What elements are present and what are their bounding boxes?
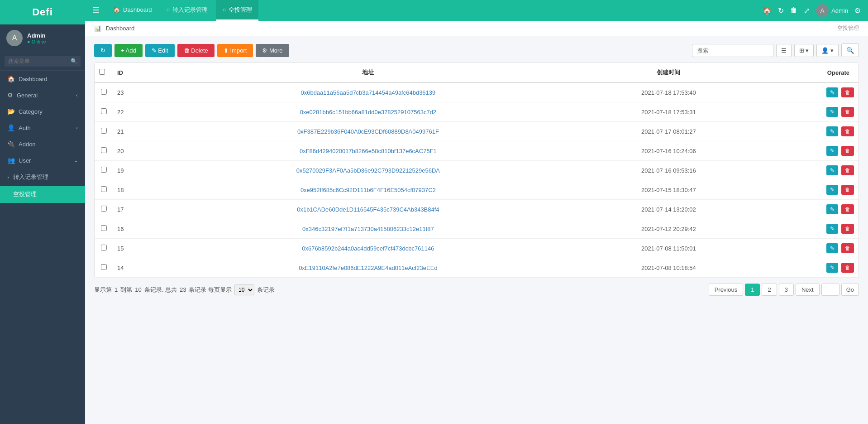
row-id: 22 — [113, 102, 156, 122]
expand-icon[interactable]: ⤢ — [804, 6, 810, 15]
edit-row-button[interactable]: ✎ — [826, 263, 838, 273]
more-button[interactable]: ⚙ More — [256, 44, 289, 57]
page-size-select[interactable]: 10 20 50 — [234, 284, 254, 295]
sidebar-item-addon[interactable]: 🔌 Addon — [0, 136, 85, 152]
delete-row-button[interactable]: 🗑 — [841, 263, 854, 273]
row-select-checkbox[interactable] — [101, 128, 107, 134]
delete-row-button[interactable]: 🗑 — [841, 224, 854, 234]
table-row: 18 0xe952ff685c6Cc92D111b6F4F16E5054cf07… — [95, 180, 858, 200]
select-all-checkbox[interactable] — [99, 69, 105, 75]
search-button[interactable]: 🔍 — [841, 43, 859, 57]
topnav-transfer[interactable]: ○ 转入记录管理 — [160, 0, 215, 21]
edit-row-button[interactable]: ✎ — [826, 243, 838, 253]
topnav-label: 转入记录管理 — [172, 6, 208, 14]
delete-row-button[interactable]: 🗑 — [841, 107, 854, 117]
edit-row-button[interactable]: ✎ — [826, 146, 838, 156]
import-button[interactable]: ⬆ Import — [217, 44, 253, 57]
row-ops: ✎ 🗑 — [757, 102, 858, 122]
dashboard-icon: 🏠 — [7, 75, 15, 82]
edit-row-button[interactable]: ✎ — [826, 87, 838, 97]
row-select-checkbox[interactable] — [101, 245, 107, 251]
hamburger-icon[interactable]: ☰ — [92, 5, 100, 15]
settings-icon[interactable]: ⚙ — [854, 6, 861, 15]
delete-row-button[interactable]: 🗑 — [841, 126, 854, 136]
row-address: 0x5270029F3AF0Aa5bD36e92C793D92212529e56… — [156, 161, 580, 180]
table-search-input[interactable] — [692, 44, 773, 57]
goto-button[interactable]: Go — [841, 284, 859, 296]
topnav-label: 空投管理 — [229, 6, 252, 14]
page-1-button[interactable]: 1 — [745, 284, 760, 296]
next-button[interactable]: Next — [796, 284, 820, 296]
row-address: 0x6bdaa11a56aa5d7cb3a714454a49afc64bd361… — [156, 82, 580, 102]
row-select-checkbox[interactable] — [101, 108, 107, 114]
main-area: ☰ 🏠 Dashboard ○ 转入记录管理 ○ 空投管理 🏠 ↻ 🗑 ⤢ A … — [85, 0, 868, 424]
page-3-button[interactable]: 3 — [779, 284, 794, 296]
sidebar-item-auth[interactable]: 👤 Auth ‹ — [0, 120, 85, 136]
row-select-checkbox[interactable] — [101, 147, 107, 153]
refresh-icon[interactable]: ↻ — [778, 6, 784, 15]
row-address: 0xe952ff685c6Cc92D111b6F4F16E5054cf07937… — [156, 180, 580, 200]
topnav-label: Dashboard — [123, 6, 152, 13]
row-id: 16 — [113, 219, 156, 239]
delete-row-button[interactable]: 🗑 — [841, 185, 854, 195]
circle-icon: ○ — [167, 6, 170, 13]
row-select-checkbox[interactable] — [101, 167, 107, 173]
goto-input[interactable] — [821, 284, 839, 296]
sidebar-item-label: 转入记录管理 — [13, 173, 48, 181]
sidebar-item-user[interactable]: 👥 User ⌄ — [0, 152, 85, 169]
row-ops: ✎ 🗑 — [757, 180, 858, 200]
trash-icon[interactable]: 🗑 — [790, 6, 797, 14]
delete-row-button[interactable]: 🗑 — [841, 146, 854, 156]
edit-row-button[interactable]: ✎ — [826, 107, 838, 117]
user-icon: 👥 — [7, 157, 15, 164]
sidebar-item-general[interactable]: ⚙ General ‹ — [0, 87, 85, 103]
row-select-checkbox[interactable] — [101, 186, 107, 192]
user-filter-button[interactable]: 👤 ▾ — [816, 44, 839, 57]
row-address: 0x676b8592b244a0ac4dd59cef7cf473dcbc7611… — [156, 239, 580, 258]
chevron-icon: ‹ — [76, 92, 78, 98]
chevron-icon: ‹ — [76, 125, 78, 130]
sidebar: Defi A Admin Online 🔍 🏠 Dashboard ⚙ Gene… — [0, 0, 85, 424]
id-header: ID — [113, 63, 156, 82]
table-row: 14 0xE19110A2fe7e086dE1222A9E4ad011eAcf2… — [95, 258, 858, 278]
row-select-checkbox[interactable] — [101, 206, 107, 212]
sidebar-item-airdrop[interactable]: ● 空投管理 — [0, 186, 85, 203]
row-id: 20 — [113, 141, 156, 161]
edit-row-button[interactable]: ✎ — [826, 224, 838, 234]
add-button[interactable]: + Add — [114, 44, 143, 57]
list-view-button[interactable]: ☰ — [776, 44, 792, 57]
delete-row-button[interactable]: 🗑 — [841, 204, 854, 214]
delete-button[interactable]: 🗑 Delete — [177, 44, 215, 57]
topnav-user[interactable]: A Admin — [816, 4, 848, 17]
edit-row-button[interactable]: ✎ — [826, 126, 838, 136]
sidebar-status: Online — [27, 39, 46, 44]
breadcrumb-left: 📊 Dashboard — [94, 25, 134, 32]
edit-row-button[interactable]: ✎ — [826, 204, 838, 214]
topnav-dashboard[interactable]: 🏠 Dashboard — [107, 0, 158, 21]
delete-row-button[interactable]: 🗑 — [841, 87, 854, 97]
row-address: 0x1b1CADe60Dde1D116545F435c739C4Ab343B84… — [156, 200, 580, 219]
row-id: 21 — [113, 122, 156, 141]
row-select-checkbox[interactable] — [101, 264, 107, 270]
delete-row-button[interactable]: 🗑 — [841, 243, 854, 253]
topnav-airdrop[interactable]: ○ 空投管理 — [216, 0, 258, 21]
category-icon: 📂 — [7, 108, 15, 115]
edit-row-button[interactable]: ✎ — [826, 165, 838, 175]
edit-row-button[interactable]: ✎ — [826, 185, 838, 195]
sidebar-nav: 🏠 Dashboard ⚙ General ‹ 📂 Category 👤 Aut… — [0, 71, 85, 424]
page-2-button[interactable]: 2 — [762, 284, 777, 296]
row-select-checkbox[interactable] — [101, 89, 107, 95]
circle-icon: ○ — [222, 6, 226, 13]
row-select-checkbox[interactable] — [101, 225, 107, 231]
row-id: 18 — [113, 180, 156, 200]
home-nav-icon[interactable]: 🏠 — [763, 6, 772, 15]
refresh-button[interactable]: ↻ — [94, 44, 112, 57]
sidebar-item-dashboard[interactable]: 🏠 Dashboard — [0, 71, 85, 87]
grid-view-button[interactable]: ⊞ ▾ — [794, 44, 814, 57]
sidebar-item-category[interactable]: 📂 Category — [0, 103, 85, 120]
search-input[interactable] — [5, 56, 81, 67]
delete-row-button[interactable]: 🗑 — [841, 165, 854, 175]
prev-button[interactable]: Previous — [709, 284, 744, 296]
sidebar-item-transfer[interactable]: ● 转入记录管理 — [0, 169, 85, 186]
edit-button[interactable]: ✎ Edit — [145, 44, 175, 57]
